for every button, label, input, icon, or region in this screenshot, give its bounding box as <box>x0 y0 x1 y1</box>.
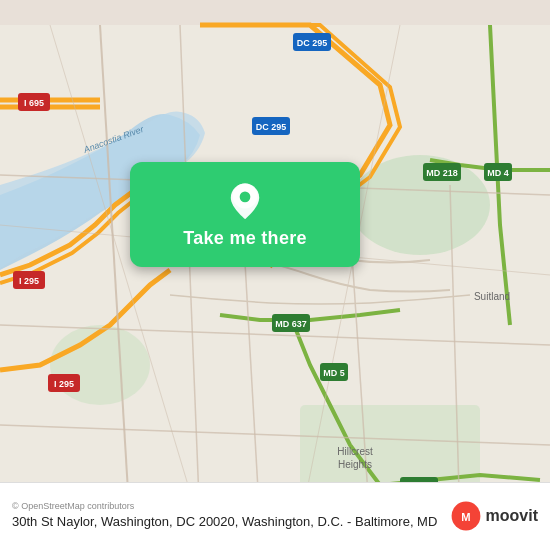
svg-text:M: M <box>461 510 470 522</box>
attribution: © OpenStreetMap contributors <box>12 501 440 511</box>
svg-point-3 <box>50 325 150 405</box>
svg-text:Heights: Heights <box>338 459 372 470</box>
svg-text:I 295: I 295 <box>19 276 39 286</box>
svg-text:I 295: I 295 <box>54 379 74 389</box>
svg-text:Suitland: Suitland <box>474 291 510 302</box>
take-me-there-label: Take me there <box>183 228 307 249</box>
svg-text:DC 295: DC 295 <box>256 122 287 132</box>
moovit-logo: M moovit <box>450 500 538 532</box>
map-svg: DC 295 DC 295 I 695 I 295 I 295 MD 218 M… <box>0 0 550 550</box>
moovit-logo-text: moovit <box>486 507 538 525</box>
take-me-there-button[interactable]: Take me there <box>130 162 360 267</box>
svg-text:I 695: I 695 <box>24 98 44 108</box>
address-section: © OpenStreetMap contributors 30th St Nay… <box>12 501 440 531</box>
svg-text:MD 5: MD 5 <box>323 368 345 378</box>
moovit-logo-icon: M <box>450 500 482 532</box>
svg-text:MD 218: MD 218 <box>426 168 458 178</box>
bottom-bar: © OpenStreetMap contributors 30th St Nay… <box>0 482 550 550</box>
svg-text:MD 4: MD 4 <box>487 168 509 178</box>
svg-point-42 <box>240 192 251 203</box>
svg-text:DC 295: DC 295 <box>297 38 328 48</box>
svg-text:Hillcrest: Hillcrest <box>337 446 373 457</box>
svg-text:MD 637: MD 637 <box>275 319 307 329</box>
map-container: DC 295 DC 295 I 695 I 295 I 295 MD 218 M… <box>0 0 550 550</box>
address-text: 30th St Naylor, Washington, DC 20020, Wa… <box>12 514 440 531</box>
location-pin-icon <box>225 180 265 220</box>
